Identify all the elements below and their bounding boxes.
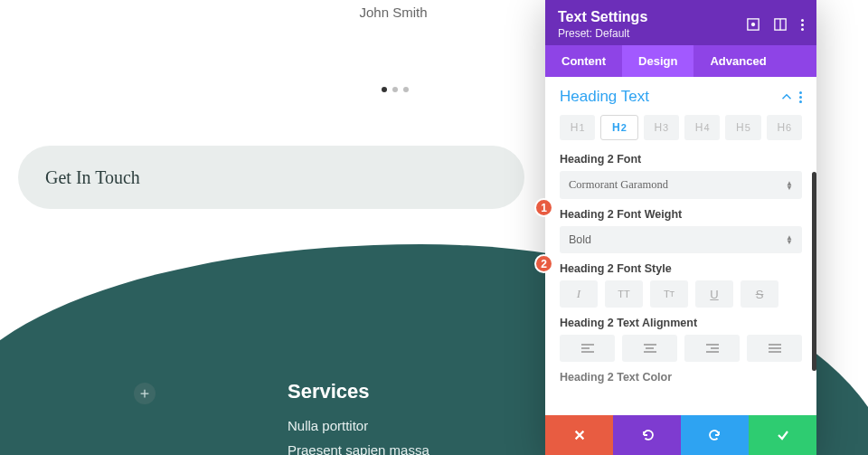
callout-badge-1: 1 [534,198,553,217]
tab-advanced[interactable]: Advanced [693,45,782,77]
heading-weight-select[interactable]: Bold ▲▼ [560,226,802,253]
check-icon [776,428,790,442]
panel-header: Text Settings Preset: Default [545,0,816,45]
panel-preset[interactable]: Preset: Default [558,27,647,40]
capitalize-button[interactable]: TT [650,280,688,308]
more-icon[interactable] [801,19,804,31]
tab-content[interactable]: Content [545,45,622,77]
svg-point-1 [751,23,755,26]
redo-icon [708,428,722,442]
underline-button[interactable]: U [695,280,733,308]
label-heading-align: Heading 2 Text Alignment [560,317,802,329]
footer-column-services: Services Nulla porttitor Praesent sapien… [288,380,429,455]
footer-link-2[interactable]: Praesent sapien massa [288,442,429,455]
label-heading-weight: Heading 2 Font Weight [560,208,802,221]
h6-tab[interactable]: H6 [767,115,802,140]
uppercase-button[interactable]: TT [605,280,643,308]
heading-level-tabs: H1 H2 H3 H4 H5 H6 [560,115,802,140]
heading-text: Get In Touch [45,167,140,188]
undo-button[interactable] [613,415,681,455]
chevron-up-icon[interactable] [781,91,792,102]
carousel-dot-2[interactable] [392,87,398,92]
section-more-icon[interactable] [799,91,802,103]
align-left-button[interactable] [560,335,615,362]
align-center-button[interactable] [622,335,677,362]
footer-link-1[interactable]: Nulla porttitor [288,418,429,433]
panel-tabs: Content Design Advanced [545,45,816,77]
text-align-row [560,335,802,362]
expand-icon[interactable] [747,18,760,31]
select-caret-icon: ▲▼ [786,181,793,190]
callout-badge-2: 2 [534,254,553,273]
label-heading-style: Heading 2 Font Style [560,262,802,275]
redo-button[interactable] [681,415,749,455]
undo-icon [640,428,655,442]
carousel-dot-3[interactable] [403,87,409,92]
close-icon [573,429,586,441]
h4-tab[interactable]: H4 [684,115,720,140]
label-heading-font: Heading 2 Font [560,153,802,166]
heading-font-value: Cormorant Garamond [569,178,668,192]
carousel-dot-1[interactable] [382,87,387,92]
strikethrough-button[interactable]: S [741,280,778,308]
select-caret-icon: ▲▼ [786,235,793,244]
save-button[interactable] [749,415,816,455]
tab-design[interactable]: Design [622,45,693,77]
font-style-row: I TT TT U S [560,280,802,308]
heading-get-in-touch: Get In Touch [18,146,524,209]
label-heading-color: Heading 2 Text Color [560,371,802,384]
panel-scrollbar[interactable] [812,172,816,371]
h3-tab[interactable]: H3 [644,115,679,140]
text-settings-panel: Text Settings Preset: Default Content De… [545,0,816,455]
heading-font-select[interactable]: Cormorant Garamond ▲▼ [560,171,802,199]
align-justify-button[interactable] [747,335,802,362]
plus-icon [140,389,149,398]
layout-icon[interactable] [774,18,787,31]
section-heading-text[interactable]: Heading Text [560,88,649,106]
carousel-dots[interactable] [382,87,409,92]
add-section-button[interactable] [134,383,156,404]
cancel-button[interactable] [545,415,613,455]
footer-heading: Services [288,380,429,403]
h2-tab[interactable]: H2 [600,115,637,140]
h1-tab[interactable]: H1 [560,115,595,140]
heading-weight-value: Bold [569,233,591,246]
align-right-button[interactable] [684,335,740,362]
h5-tab[interactable]: H5 [725,115,760,140]
italic-button[interactable]: I [560,280,598,308]
panel-footer [545,415,816,455]
panel-body: Heading Text H1 H2 H3 H4 H5 H6 Heading 2… [545,77,816,415]
panel-title: Text Settings [558,9,647,25]
